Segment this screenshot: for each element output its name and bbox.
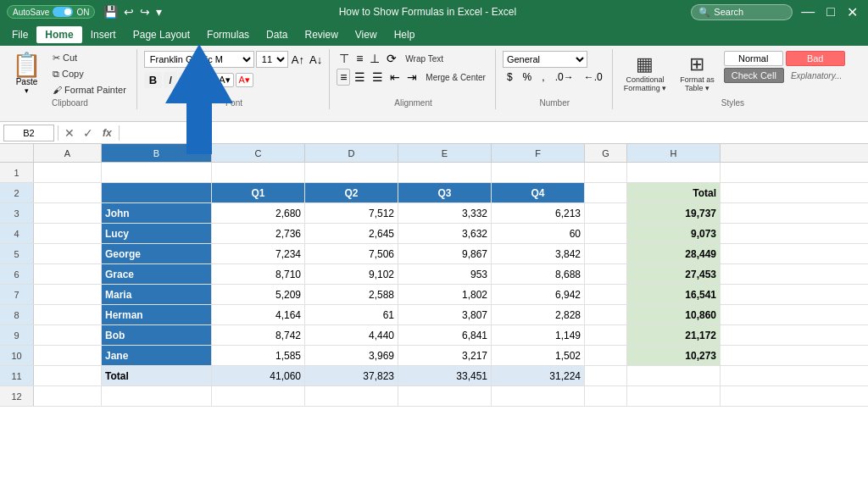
cell-f9[interactable]: 1,149 (492, 325, 585, 345)
cell-b6[interactable]: Grace (102, 264, 212, 284)
decimal-decrease-button[interactable]: ←.0 (580, 69, 607, 85)
search-box[interactable]: 🔍 Search (691, 4, 793, 20)
cell-e7[interactable]: 1,802 (398, 285, 492, 304)
cell-b9[interactable]: Bob (102, 325, 212, 345)
menu-view[interactable]: View (347, 26, 386, 43)
cell-g3[interactable] (585, 203, 627, 223)
angle-text-icon[interactable]: ⟳ (384, 51, 399, 66)
cell-a7[interactable] (34, 285, 102, 304)
cell-g7[interactable] (585, 285, 627, 304)
cell-e5[interactable]: 9,867 (398, 244, 492, 263)
col-header-d[interactable]: D (305, 144, 398, 162)
cell-f8[interactable]: 2,828 (492, 305, 585, 324)
cell-g5[interactable] (585, 244, 627, 263)
menu-page-layout[interactable]: Page Layout (125, 26, 198, 43)
font-name-select[interactable]: Franklin Gothic M (144, 51, 254, 68)
cell-c11[interactable]: 41,060 (212, 366, 305, 385)
col-header-f[interactable]: F (492, 144, 585, 162)
cell-h8[interactable]: 10,860 (627, 305, 721, 324)
cell-h4[interactable]: 9,073 (627, 224, 721, 243)
cell-g9[interactable] (585, 325, 627, 345)
formula-confirm-button[interactable]: ✓ (81, 126, 96, 140)
cell-f1[interactable] (492, 163, 585, 182)
cell-d7[interactable]: 2,588 (305, 285, 398, 304)
cell-e11[interactable]: 33,451 (398, 366, 492, 385)
cell-d1[interactable] (305, 163, 398, 182)
paste-button[interactable]: 📋 Paste ▾ (8, 52, 45, 97)
check-cell-button[interactable]: Check Cell (724, 68, 784, 83)
cell-f6[interactable]: 8,688 (492, 264, 585, 284)
formula-input[interactable] (123, 125, 865, 141)
cell-f4[interactable]: 60 (492, 224, 585, 243)
cell-b11[interactable]: Total (102, 366, 212, 385)
save-icon[interactable]: 💾 (102, 5, 120, 19)
cell-h11[interactable] (627, 366, 721, 385)
restore-button[interactable]: □ (823, 4, 838, 19)
cell-b8[interactable]: Herman (102, 305, 212, 324)
normal-style-button[interactable]: Normal (724, 51, 783, 66)
wrap-text-button[interactable]: Wrap Text (401, 53, 448, 65)
redo-icon[interactable]: ↪ (138, 5, 152, 19)
cell-e6[interactable]: 953 (398, 264, 492, 284)
align-right-icon[interactable]: ☰ (370, 69, 386, 85)
dollar-button[interactable]: $ (503, 69, 517, 85)
cell-d6[interactable]: 9,102 (305, 264, 398, 284)
percent-button[interactable]: % (519, 69, 537, 85)
undo-icon[interactable]: ↩ (122, 5, 136, 19)
cell-b2[interactable] (102, 183, 212, 202)
cell-f10[interactable]: 1,502 (492, 346, 585, 365)
cell-b5[interactable]: George (102, 244, 212, 263)
underline-button[interactable]: U (179, 72, 197, 88)
cell-g4[interactable] (585, 224, 627, 243)
font-size-decrease-icon[interactable]: A↓ (308, 53, 324, 66)
cell-h1[interactable] (627, 163, 721, 182)
cell-a8[interactable] (34, 305, 102, 324)
format-painter-button[interactable]: 🖌 Format Painter (47, 83, 131, 97)
paste-dropdown[interactable]: ▾ (25, 86, 29, 95)
font-size-increase-icon[interactable]: A↑ (290, 53, 306, 66)
cell-c6[interactable]: 8,710 (212, 264, 305, 284)
cell-h12[interactable] (627, 386, 721, 406)
minimize-button[interactable]: — (798, 4, 818, 19)
cell-g2[interactable] (585, 183, 627, 202)
explanatory-button[interactable]: Explanatory... (787, 68, 846, 83)
menu-home[interactable]: Home (36, 26, 81, 43)
cell-c2[interactable]: Q1 (212, 183, 305, 202)
decimal-increase-button[interactable]: .0→ (551, 69, 578, 85)
cell-f12[interactable] (492, 386, 585, 406)
cell-h5[interactable]: 28,449 (627, 244, 721, 263)
indent-increase-icon[interactable]: ⇥ (404, 69, 420, 85)
cell-e12[interactable] (398, 386, 492, 406)
cell-g10[interactable] (585, 346, 627, 365)
align-center-icon[interactable]: ☰ (352, 69, 368, 85)
col-header-b[interactable]: B (102, 144, 212, 162)
font-color-button[interactable]: A▾ (236, 73, 253, 87)
cell-d4[interactable]: 2,645 (305, 224, 398, 243)
cell-a12[interactable] (34, 386, 102, 406)
merge-center-button[interactable]: Merge & Center (421, 71, 490, 84)
col-header-h[interactable]: H (627, 144, 721, 162)
cell-d10[interactable]: 3,969 (305, 346, 398, 365)
cell-d12[interactable] (305, 386, 398, 406)
align-bottom-icon[interactable]: ⊥ (367, 51, 382, 66)
menu-review[interactable]: Review (296, 26, 346, 43)
cell-e1[interactable] (398, 163, 492, 182)
cell-b1[interactable] (102, 163, 212, 182)
cell-g8[interactable] (585, 305, 627, 324)
menu-formulas[interactable]: Formulas (198, 26, 258, 43)
cell-reference-input[interactable] (3, 125, 54, 141)
cell-c1[interactable] (212, 163, 305, 182)
col-header-a[interactable]: A (34, 144, 102, 162)
cell-g12[interactable] (585, 386, 627, 406)
border-button[interactable]: ▦ (198, 73, 214, 87)
fill-color-button[interactable]: A▾ (215, 73, 233, 87)
menu-data[interactable]: Data (258, 26, 296, 43)
cell-h7[interactable]: 16,541 (627, 285, 721, 304)
cell-e9[interactable]: 6,841 (398, 325, 492, 345)
cell-a6[interactable] (34, 264, 102, 284)
cell-e10[interactable]: 3,217 (398, 346, 492, 365)
cell-e2[interactable]: Q3 (398, 183, 492, 202)
copy-button[interactable]: ⧉ Copy (47, 67, 131, 81)
cell-b7[interactable]: Maria (102, 285, 212, 304)
col-header-e[interactable]: E (398, 144, 492, 162)
